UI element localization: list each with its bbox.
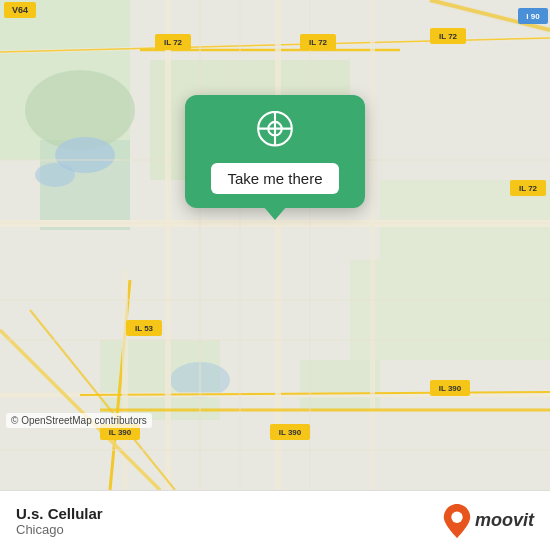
- moovit-brand-text: moovit: [475, 510, 534, 531]
- svg-point-5: [35, 163, 75, 187]
- svg-text:I 90: I 90: [526, 12, 540, 21]
- location-pin-icon: [254, 111, 296, 153]
- take-me-there-button[interactable]: Take me there: [211, 163, 338, 194]
- svg-text:IL 72: IL 72: [519, 184, 538, 193]
- svg-text:IL 390: IL 390: [439, 384, 462, 393]
- moovit-logo[interactable]: moovit: [443, 504, 534, 538]
- svg-rect-11: [300, 360, 380, 410]
- map-attribution: © OpenStreetMap contributors: [6, 413, 152, 428]
- bottom-bar: U.s. Cellular Chicago moovit: [0, 490, 550, 550]
- svg-text:IL 72: IL 72: [439, 32, 458, 41]
- svg-rect-19: [165, 0, 171, 490]
- svg-rect-20: [275, 0, 281, 490]
- svg-point-61: [451, 511, 462, 522]
- svg-text:IL 390: IL 390: [109, 428, 132, 437]
- svg-rect-21: [370, 0, 375, 490]
- moovit-pin-icon: [443, 504, 471, 538]
- location-info: U.s. Cellular Chicago: [16, 505, 103, 537]
- svg-text:IL 53: IL 53: [135, 324, 154, 333]
- svg-text:IL 390: IL 390: [279, 428, 302, 437]
- location-popup: Take me there: [185, 95, 365, 208]
- location-name: U.s. Cellular: [16, 505, 103, 522]
- location-city: Chicago: [16, 522, 103, 537]
- svg-rect-8: [350, 260, 550, 360]
- map-view: V64 IL 72 IL 72 IL 72 I 90 IL 53 IL 390 …: [0, 0, 550, 490]
- svg-text:V64: V64: [12, 5, 28, 15]
- svg-text:IL 72: IL 72: [164, 38, 183, 47]
- svg-text:IL 72: IL 72: [309, 38, 328, 47]
